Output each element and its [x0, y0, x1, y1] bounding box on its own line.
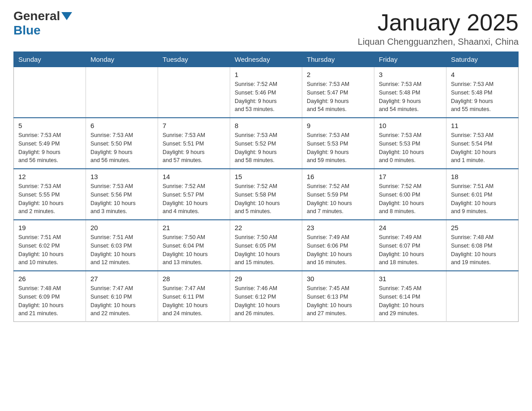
calendar-cell: 7Sunrise: 7:53 AM Sunset: 5:51 PM Daylig…: [158, 118, 230, 169]
day-number: 20: [90, 224, 153, 231]
calendar-cell: 13Sunrise: 7:53 AM Sunset: 5:56 PM Dayli…: [86, 169, 158, 220]
day-number: 14: [163, 173, 225, 180]
calendar-cell: 14Sunrise: 7:52 AM Sunset: 5:57 PM Dayli…: [158, 169, 230, 220]
day-number: 9: [307, 122, 369, 129]
day-info: Sunrise: 7:53 AM Sunset: 5:48 PM Dayligh…: [451, 80, 514, 114]
calendar-cell: 15Sunrise: 7:52 AM Sunset: 5:58 PM Dayli…: [230, 169, 302, 220]
calendar-table: SundayMondayTuesdayWednesdayThursdayFrid…: [13, 51, 519, 322]
day-info: Sunrise: 7:48 AM Sunset: 6:08 PM Dayligh…: [451, 233, 514, 267]
day-number: 13: [90, 173, 153, 180]
calendar-cell: [86, 67, 158, 118]
day-info: Sunrise: 7:49 AM Sunset: 6:06 PM Dayligh…: [307, 233, 369, 267]
day-number: 18: [451, 173, 514, 180]
calendar-header-wednesday: Wednesday: [230, 52, 302, 67]
day-number: 15: [235, 173, 297, 180]
calendar-header-sunday: Sunday: [14, 52, 86, 67]
calendar-cell: 6Sunrise: 7:53 AM Sunset: 5:50 PM Daylig…: [86, 118, 158, 169]
calendar-cell: 27Sunrise: 7:47 AM Sunset: 6:10 PM Dayli…: [86, 271, 158, 322]
calendar-cell: [446, 271, 519, 322]
day-info: Sunrise: 7:53 AM Sunset: 5:53 PM Dayligh…: [307, 131, 369, 165]
calendar-cell: 21Sunrise: 7:50 AM Sunset: 6:04 PM Dayli…: [158, 220, 230, 271]
day-number: 5: [18, 122, 81, 129]
day-info: Sunrise: 7:52 AM Sunset: 5:46 PM Dayligh…: [235, 80, 297, 114]
day-info: Sunrise: 7:46 AM Sunset: 6:12 PM Dayligh…: [235, 284, 297, 318]
day-number: 28: [163, 275, 225, 283]
day-info: Sunrise: 7:53 AM Sunset: 5:55 PM Dayligh…: [18, 182, 81, 216]
day-number: 25: [451, 224, 514, 231]
day-info: Sunrise: 7:53 AM Sunset: 5:54 PM Dayligh…: [451, 131, 514, 165]
calendar-cell: 24Sunrise: 7:49 AM Sunset: 6:07 PM Dayli…: [374, 220, 446, 271]
day-info: Sunrise: 7:48 AM Sunset: 6:09 PM Dayligh…: [18, 284, 81, 318]
day-number: 6: [90, 122, 153, 129]
calendar-cell: 12Sunrise: 7:53 AM Sunset: 5:55 PM Dayli…: [14, 169, 86, 220]
day-info: Sunrise: 7:52 AM Sunset: 5:58 PM Dayligh…: [235, 182, 297, 216]
calendar-week-4: 19Sunrise: 7:51 AM Sunset: 6:02 PM Dayli…: [14, 220, 519, 271]
calendar-cell: 9Sunrise: 7:53 AM Sunset: 5:53 PM Daylig…: [302, 118, 374, 169]
day-number: 19: [18, 224, 81, 231]
calendar-cell: 1Sunrise: 7:52 AM Sunset: 5:46 PM Daylig…: [230, 67, 302, 118]
calendar-cell: 2Sunrise: 7:53 AM Sunset: 5:47 PM Daylig…: [302, 67, 374, 118]
day-info: Sunrise: 7:52 AM Sunset: 5:57 PM Dayligh…: [163, 182, 225, 216]
day-number: 1: [235, 71, 297, 78]
day-info: Sunrise: 7:53 AM Sunset: 5:51 PM Dayligh…: [163, 131, 225, 165]
calendar-header-saturday: Saturday: [446, 52, 519, 67]
calendar-week-2: 5Sunrise: 7:53 AM Sunset: 5:49 PM Daylig…: [14, 118, 519, 169]
page-header: General Blue January 2025 Liquan Chenggu…: [13, 9, 519, 47]
calendar-cell: 28Sunrise: 7:47 AM Sunset: 6:11 PM Dayli…: [158, 271, 230, 322]
calendar-cell: 31Sunrise: 7:45 AM Sunset: 6:14 PM Dayli…: [374, 271, 446, 322]
day-number: 3: [379, 71, 442, 78]
day-info: Sunrise: 7:51 AM Sunset: 6:02 PM Dayligh…: [18, 233, 81, 267]
calendar-header-friday: Friday: [374, 52, 446, 67]
day-info: Sunrise: 7:50 AM Sunset: 6:04 PM Dayligh…: [163, 233, 225, 267]
calendar-cell: [158, 67, 230, 118]
day-number: 22: [235, 224, 297, 231]
day-info: Sunrise: 7:47 AM Sunset: 6:11 PM Dayligh…: [163, 284, 225, 318]
calendar-cell: 10Sunrise: 7:53 AM Sunset: 5:53 PM Dayli…: [374, 118, 446, 169]
day-number: 10: [379, 122, 442, 129]
day-info: Sunrise: 7:49 AM Sunset: 6:07 PM Dayligh…: [379, 233, 442, 267]
day-number: 24: [379, 224, 442, 231]
day-info: Sunrise: 7:53 AM Sunset: 5:52 PM Dayligh…: [235, 131, 297, 165]
day-number: 12: [18, 173, 81, 180]
calendar-header-tuesday: Tuesday: [158, 52, 230, 67]
calendar-cell: 3Sunrise: 7:53 AM Sunset: 5:48 PM Daylig…: [374, 67, 446, 118]
calendar-cell: 18Sunrise: 7:51 AM Sunset: 6:01 PM Dayli…: [446, 169, 519, 220]
day-number: 23: [307, 224, 369, 231]
day-info: Sunrise: 7:53 AM Sunset: 5:49 PM Dayligh…: [18, 131, 81, 165]
calendar-cell: 26Sunrise: 7:48 AM Sunset: 6:09 PM Dayli…: [14, 271, 86, 322]
logo-blue-text: Blue: [13, 23, 41, 37]
calendar-cell: 19Sunrise: 7:51 AM Sunset: 6:02 PM Dayli…: [14, 220, 86, 271]
day-info: Sunrise: 7:51 AM Sunset: 6:03 PM Dayligh…: [90, 233, 153, 267]
logo-arrow-icon: [61, 12, 72, 20]
calendar-week-1: 1Sunrise: 7:52 AM Sunset: 5:46 PM Daylig…: [14, 67, 519, 118]
day-info: Sunrise: 7:53 AM Sunset: 5:53 PM Dayligh…: [379, 131, 442, 165]
calendar-header-monday: Monday: [86, 52, 158, 67]
calendar-cell: 5Sunrise: 7:53 AM Sunset: 5:49 PM Daylig…: [14, 118, 86, 169]
calendar-cell: 17Sunrise: 7:52 AM Sunset: 6:00 PM Dayli…: [374, 169, 446, 220]
calendar-cell: 22Sunrise: 7:50 AM Sunset: 6:05 PM Dayli…: [230, 220, 302, 271]
day-number: 27: [90, 275, 153, 283]
day-number: 21: [163, 224, 225, 231]
day-number: 4: [451, 71, 514, 78]
calendar-cell: 29Sunrise: 7:46 AM Sunset: 6:12 PM Dayli…: [230, 271, 302, 322]
calendar-cell: 23Sunrise: 7:49 AM Sunset: 6:06 PM Dayli…: [302, 220, 374, 271]
calendar-cell: 11Sunrise: 7:53 AM Sunset: 5:54 PM Dayli…: [446, 118, 519, 169]
day-info: Sunrise: 7:52 AM Sunset: 6:00 PM Dayligh…: [379, 182, 442, 216]
calendar-cell: 25Sunrise: 7:48 AM Sunset: 6:08 PM Dayli…: [446, 220, 519, 271]
calendar-cell: 8Sunrise: 7:53 AM Sunset: 5:52 PM Daylig…: [230, 118, 302, 169]
calendar-cell: [14, 67, 86, 118]
calendar-cell: 4Sunrise: 7:53 AM Sunset: 5:48 PM Daylig…: [446, 67, 519, 118]
location-text: Liquan Chengguanzhen, Shaanxi, China: [358, 37, 519, 47]
day-info: Sunrise: 7:51 AM Sunset: 6:01 PM Dayligh…: [451, 182, 514, 216]
calendar-header-thursday: Thursday: [302, 52, 374, 67]
day-number: 11: [451, 122, 514, 129]
logo-general-text: General: [13, 9, 60, 23]
day-number: 30: [307, 275, 369, 283]
day-number: 29: [235, 275, 297, 283]
day-number: 16: [307, 173, 369, 180]
day-info: Sunrise: 7:53 AM Sunset: 5:47 PM Dayligh…: [307, 80, 369, 114]
day-info: Sunrise: 7:53 AM Sunset: 5:50 PM Dayligh…: [90, 131, 153, 165]
day-number: 31: [379, 275, 442, 283]
calendar-header-row: SundayMondayTuesdayWednesdayThursdayFrid…: [14, 52, 519, 67]
day-number: 26: [18, 275, 81, 283]
